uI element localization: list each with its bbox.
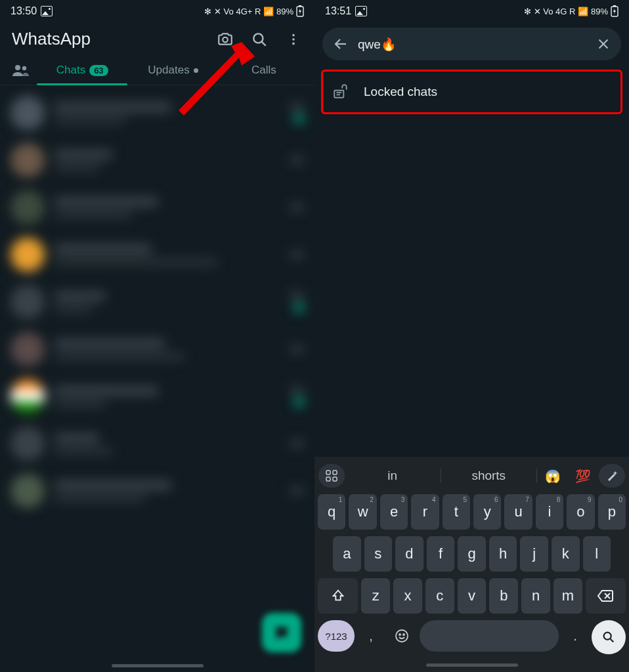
chat-row[interactable] <box>0 89 314 136</box>
svg-point-6 <box>292 38 295 41</box>
key-k[interactable]: k <box>552 536 580 572</box>
keyboard-row-1: q1w2e3r4t5y6u7i8o9p0 <box>314 491 629 533</box>
suggestion-1[interactable]: in <box>346 469 439 483</box>
key-u[interactable]: u7 <box>504 494 532 530</box>
suggestion-emoji-1[interactable]: 😱 <box>538 469 567 484</box>
key-y[interactable]: y6 <box>473 494 501 530</box>
svg-rect-1 <box>299 5 301 7</box>
key-f[interactable]: f <box>427 536 455 572</box>
svg-rect-12 <box>613 5 616 7</box>
whatsapp-search-screen: 13:51 ✻ ✕ Vo 4G R 📶 89% qwe🔥 <box>314 0 629 672</box>
locked-chats-label: Locked chats <box>364 85 437 99</box>
chats-tab[interactable]: Chats 63 <box>37 56 127 85</box>
close-icon <box>596 37 611 51</box>
key-x[interactable]: x <box>393 578 422 614</box>
updates-dot-icon <box>194 68 198 73</box>
battery-icon <box>611 5 618 17</box>
backspace-icon <box>597 589 614 603</box>
key-i[interactable]: i8 <box>536 494 563 530</box>
keyboard-row-2: asdfghjkl <box>314 533 629 575</box>
chat-row[interactable] <box>0 184 314 231</box>
key-p[interactable]: p0 <box>598 494 626 530</box>
calls-tab[interactable]: Calls <box>219 56 309 85</box>
status-indicators: ✻ ✕ Vo 4G+ R 📶 <box>204 7 274 16</box>
chat-row[interactable] <box>0 326 314 373</box>
key-d[interactable]: d <box>395 536 423 572</box>
emoji-icon <box>394 628 410 644</box>
locked-chats-icon <box>332 83 349 100</box>
shift-icon <box>331 589 345 603</box>
clear-search-button[interactable] <box>596 37 611 51</box>
back-button[interactable] <box>333 36 349 52</box>
picture-icon <box>355 6 367 16</box>
status-bar: 13:51 ✻ ✕ Vo 4G R 📶 89% <box>314 0 629 22</box>
emoji-key[interactable] <box>387 620 416 652</box>
magic-button[interactable] <box>599 464 625 488</box>
suggestion-emoji-2[interactable]: 💯 <box>569 469 597 484</box>
key-n[interactable]: n <box>521 578 550 614</box>
shift-key[interactable] <box>318 578 358 614</box>
comma-key[interactable]: , <box>358 620 384 652</box>
app-title: WhatsApp <box>8 29 91 49</box>
period-key[interactable]: . <box>562 620 588 652</box>
backspace-key[interactable] <box>586 578 626 614</box>
key-s[interactable]: s <box>364 536 393 572</box>
spacebar-key[interactable] <box>420 620 559 652</box>
symbols-key[interactable]: ?123 <box>318 620 355 652</box>
key-l[interactable]: l <box>583 536 611 572</box>
status-battery: 89% <box>276 7 293 16</box>
suggestion-bar: in shorts 😱 💯 <box>314 461 629 491</box>
camera-icon <box>217 31 234 48</box>
key-v[interactable]: v <box>458 578 487 614</box>
camera-button[interactable] <box>216 30 234 49</box>
updates-tab[interactable]: Updates <box>127 56 218 85</box>
new-chat-fab[interactable] <box>262 613 301 652</box>
key-g[interactable]: g <box>458 536 486 572</box>
locked-chats-result[interactable]: Locked chats <box>321 70 622 114</box>
whatsapp-chats-screen: 13:50 ✻ ✕ Vo 4G+ R 📶 89% WhatsApp <box>0 0 314 672</box>
key-z[interactable]: z <box>361 578 390 614</box>
key-b[interactable]: b <box>489 578 518 614</box>
chat-row[interactable] <box>0 467 314 514</box>
status-indicators: ✻ ✕ Vo 4G R 📶 <box>524 7 588 16</box>
search-bar: qwe🔥 <box>322 28 621 60</box>
calls-tab-label: Calls <box>251 64 276 77</box>
communities-tab[interactable] <box>5 64 37 77</box>
svg-point-9 <box>22 66 26 70</box>
key-m[interactable]: m <box>553 578 582 614</box>
search-icon <box>251 31 268 48</box>
key-r[interactable]: r4 <box>411 494 439 530</box>
chat-row[interactable] <box>0 373 314 420</box>
search-input[interactable]: qwe🔥 <box>358 37 587 52</box>
apps-button[interactable] <box>318 464 345 488</box>
keyboard: in shorts 😱 💯 q1w2e3r4t5y6u7i8o9p0 asdfg… <box>314 457 629 672</box>
key-o[interactable]: o9 <box>567 494 594 530</box>
search-button[interactable] <box>250 30 269 49</box>
updates-tab-label: Updates <box>148 64 189 77</box>
key-j[interactable]: j <box>520 536 548 572</box>
key-e[interactable]: e3 <box>380 494 408 530</box>
key-t[interactable]: t5 <box>443 494 470 530</box>
search-icon <box>601 630 616 644</box>
new-chat-icon <box>273 624 290 641</box>
key-a[interactable]: a <box>333 536 361 572</box>
key-w[interactable]: w2 <box>349 494 376 530</box>
key-q[interactable]: q1 <box>318 494 345 530</box>
nav-indicator <box>112 664 204 667</box>
apps-icon <box>326 470 337 482</box>
suggestion-2[interactable]: shorts <box>443 469 536 483</box>
svg-point-2 <box>223 37 228 42</box>
magic-wand-icon <box>606 470 618 482</box>
svg-point-5 <box>292 33 295 36</box>
svg-rect-22 <box>333 477 337 481</box>
chat-row[interactable] <box>0 420 314 467</box>
more-button[interactable] <box>284 30 303 49</box>
chat-row[interactable] <box>0 136 314 184</box>
chat-row[interactable] <box>0 231 314 278</box>
key-c[interactable]: c <box>425 578 454 614</box>
chats-badge: 63 <box>89 65 108 76</box>
chat-row[interactable] <box>0 278 314 326</box>
key-h[interactable]: h <box>489 536 517 572</box>
search-enter-key[interactable] <box>592 620 626 654</box>
chat-list <box>0 85 314 514</box>
